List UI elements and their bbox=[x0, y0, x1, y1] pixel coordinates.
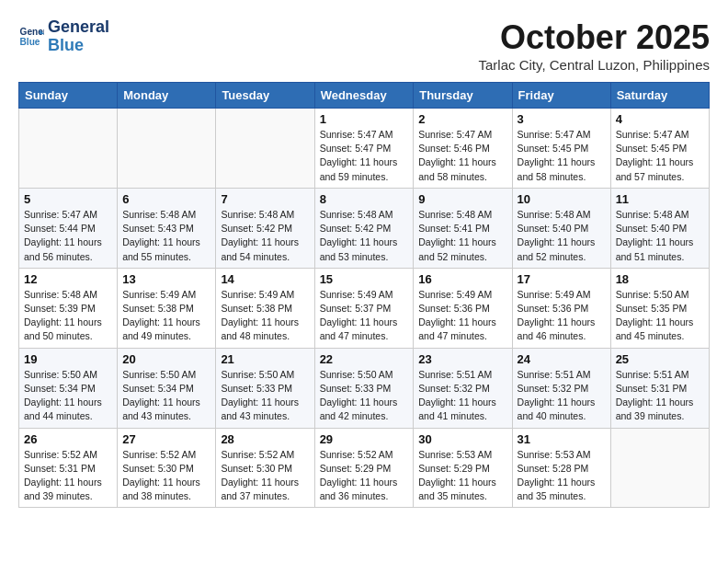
day-info: Sunrise: 5:50 AM Sunset: 5:34 PM Dayligh… bbox=[24, 368, 112, 424]
calendar-cell: 15 Sunrise: 5:49 AM Sunset: 5:37 PM Dayl… bbox=[314, 268, 414, 348]
sunset-text: Sunset: 5:34 PM bbox=[24, 383, 96, 394]
day-info: Sunrise: 5:49 AM Sunset: 5:38 PM Dayligh… bbox=[221, 288, 309, 344]
day-info: Sunrise: 5:48 AM Sunset: 5:40 PM Dayligh… bbox=[518, 208, 606, 264]
day-info: Sunrise: 5:48 AM Sunset: 5:43 PM Dayligh… bbox=[122, 208, 210, 264]
sunset-text: Sunset: 5:36 PM bbox=[418, 303, 490, 314]
daylight-text: Daylight: 11 hours and 35 minutes. bbox=[418, 477, 496, 501]
col-monday: Monday bbox=[118, 83, 216, 109]
daylight-text: Daylight: 11 hours and 55 minutes. bbox=[122, 236, 200, 261]
daylight-text: Daylight: 11 hours and 42 minutes. bbox=[320, 396, 398, 421]
day-number: 31 bbox=[518, 432, 606, 446]
calendar-cell: 5 Sunrise: 5:47 AM Sunset: 5:44 PM Dayli… bbox=[19, 188, 118, 268]
calendar-cell: 31 Sunrise: 5:53 AM Sunset: 5:28 PM Dayl… bbox=[512, 428, 610, 508]
sunrise-text: Sunrise: 5:50 AM bbox=[122, 369, 196, 380]
daylight-text: Daylight: 11 hours and 35 minutes. bbox=[518, 477, 596, 501]
daylight-text: Daylight: 11 hours and 48 minutes. bbox=[221, 316, 299, 341]
sunset-text: Sunset: 5:33 PM bbox=[320, 383, 392, 394]
daylight-text: Daylight: 11 hours and 57 minutes. bbox=[616, 156, 694, 181]
day-info: Sunrise: 5:47 AM Sunset: 5:46 PM Dayligh… bbox=[418, 128, 506, 184]
col-tuesday: Tuesday bbox=[216, 83, 314, 109]
calendar-cell: 26 Sunrise: 5:52 AM Sunset: 5:31 PM Dayl… bbox=[19, 428, 118, 508]
sunset-text: Sunset: 5:46 PM bbox=[418, 143, 490, 154]
sunrise-text: Sunrise: 5:52 AM bbox=[122, 449, 196, 460]
sunset-text: Sunset: 5:30 PM bbox=[122, 463, 194, 474]
sunrise-text: Sunrise: 5:48 AM bbox=[122, 209, 196, 220]
calendar-cell: 30 Sunrise: 5:53 AM Sunset: 5:29 PM Dayl… bbox=[414, 428, 512, 508]
day-info: Sunrise: 5:49 AM Sunset: 5:38 PM Dayligh… bbox=[122, 288, 210, 344]
calendar-cell: 14 Sunrise: 5:49 AM Sunset: 5:38 PM Dayl… bbox=[216, 268, 314, 348]
calendar-cell: 6 Sunrise: 5:48 AM Sunset: 5:43 PM Dayli… bbox=[118, 188, 216, 268]
sunrise-text: Sunrise: 5:48 AM bbox=[320, 209, 393, 220]
daylight-text: Daylight: 11 hours and 43 minutes. bbox=[122, 396, 200, 421]
day-info: Sunrise: 5:52 AM Sunset: 5:30 PM Dayligh… bbox=[122, 448, 210, 504]
sunset-text: Sunset: 5:37 PM bbox=[320, 303, 392, 314]
daylight-text: Daylight: 11 hours and 41 minutes. bbox=[418, 396, 496, 421]
day-number: 27 bbox=[122, 432, 210, 446]
calendar-week-row: 1 Sunrise: 5:47 AM Sunset: 5:47 PM Dayli… bbox=[19, 109, 710, 189]
sunrise-text: Sunrise: 5:47 AM bbox=[616, 129, 689, 140]
day-info: Sunrise: 5:50 AM Sunset: 5:33 PM Dayligh… bbox=[221, 368, 309, 424]
calendar-cell: 3 Sunrise: 5:47 AM Sunset: 5:45 PM Dayli… bbox=[512, 109, 610, 189]
sunrise-text: Sunrise: 5:51 AM bbox=[518, 369, 591, 380]
sunset-text: Sunset: 5:33 PM bbox=[221, 383, 292, 394]
daylight-text: Daylight: 11 hours and 47 minutes. bbox=[320, 316, 398, 341]
day-number: 8 bbox=[320, 192, 409, 206]
daylight-text: Daylight: 11 hours and 44 minutes. bbox=[24, 396, 102, 421]
day-number: 10 bbox=[518, 192, 606, 206]
sunset-text: Sunset: 5:31 PM bbox=[616, 383, 688, 394]
col-wednesday: Wednesday bbox=[314, 83, 414, 109]
sunset-text: Sunset: 5:41 PM bbox=[418, 223, 490, 234]
day-info: Sunrise: 5:51 AM Sunset: 5:31 PM Dayligh… bbox=[616, 368, 704, 424]
day-info: Sunrise: 5:48 AM Sunset: 5:39 PM Dayligh… bbox=[24, 288, 112, 344]
title-section: October 2025 Tarlac City, Central Luzon,… bbox=[478, 18, 710, 73]
calendar-header-row: Sunday Monday Tuesday Wednesday Thursday… bbox=[19, 83, 710, 109]
calendar-week-row: 26 Sunrise: 5:52 AM Sunset: 5:31 PM Dayl… bbox=[19, 428, 710, 508]
day-number: 28 bbox=[221, 432, 309, 446]
day-info: Sunrise: 5:48 AM Sunset: 5:41 PM Dayligh… bbox=[418, 208, 506, 264]
logo-icon: General Blue bbox=[18, 24, 44, 50]
day-info: Sunrise: 5:47 AM Sunset: 5:47 PM Dayligh… bbox=[320, 128, 409, 184]
calendar-cell: 16 Sunrise: 5:49 AM Sunset: 5:36 PM Dayl… bbox=[414, 268, 512, 348]
sunset-text: Sunset: 5:28 PM bbox=[518, 463, 589, 474]
day-info: Sunrise: 5:48 AM Sunset: 5:42 PM Dayligh… bbox=[221, 208, 309, 264]
calendar-cell: 24 Sunrise: 5:51 AM Sunset: 5:32 PM Dayl… bbox=[512, 348, 610, 428]
day-info: Sunrise: 5:52 AM Sunset: 5:30 PM Dayligh… bbox=[221, 448, 309, 504]
svg-text:Blue: Blue bbox=[20, 37, 40, 47]
sunrise-text: Sunrise: 5:52 AM bbox=[221, 449, 294, 460]
day-number: 26 bbox=[24, 432, 112, 446]
sunrise-text: Sunrise: 5:48 AM bbox=[24, 289, 97, 300]
day-info: Sunrise: 5:52 AM Sunset: 5:29 PM Dayligh… bbox=[320, 448, 409, 504]
sunrise-text: Sunrise: 5:47 AM bbox=[24, 209, 97, 220]
day-number: 3 bbox=[518, 112, 606, 126]
daylight-text: Daylight: 11 hours and 43 minutes. bbox=[221, 396, 299, 421]
calendar-cell: 1 Sunrise: 5:47 AM Sunset: 5:47 PM Dayli… bbox=[314, 109, 414, 189]
day-info: Sunrise: 5:47 AM Sunset: 5:44 PM Dayligh… bbox=[24, 208, 112, 264]
sunset-text: Sunset: 5:42 PM bbox=[320, 223, 392, 234]
calendar-cell: 22 Sunrise: 5:50 AM Sunset: 5:33 PM Dayl… bbox=[314, 348, 414, 428]
daylight-text: Daylight: 11 hours and 58 minutes. bbox=[518, 156, 596, 181]
day-number: 9 bbox=[418, 192, 506, 206]
col-thursday: Thursday bbox=[414, 83, 512, 109]
sunrise-text: Sunrise: 5:49 AM bbox=[320, 289, 393, 300]
sunrise-text: Sunrise: 5:48 AM bbox=[221, 209, 294, 220]
day-number: 21 bbox=[221, 352, 309, 366]
sunset-text: Sunset: 5:40 PM bbox=[616, 223, 688, 234]
calendar-cell: 28 Sunrise: 5:52 AM Sunset: 5:30 PM Dayl… bbox=[216, 428, 314, 508]
calendar-cell: 25 Sunrise: 5:51 AM Sunset: 5:31 PM Dayl… bbox=[610, 348, 709, 428]
day-number: 19 bbox=[24, 352, 112, 366]
daylight-text: Daylight: 11 hours and 51 minutes. bbox=[616, 236, 694, 261]
day-info: Sunrise: 5:48 AM Sunset: 5:42 PM Dayligh… bbox=[320, 208, 409, 264]
sunset-text: Sunset: 5:35 PM bbox=[616, 303, 688, 314]
sunrise-text: Sunrise: 5:47 AM bbox=[518, 129, 591, 140]
calendar-cell bbox=[118, 109, 216, 189]
day-info: Sunrise: 5:50 AM Sunset: 5:34 PM Dayligh… bbox=[122, 368, 210, 424]
daylight-text: Daylight: 11 hours and 52 minutes. bbox=[518, 236, 596, 261]
month-title: October 2025 bbox=[478, 18, 710, 57]
sunrise-text: Sunrise: 5:48 AM bbox=[418, 209, 492, 220]
calendar-cell: 10 Sunrise: 5:48 AM Sunset: 5:40 PM Dayl… bbox=[512, 188, 610, 268]
day-number: 23 bbox=[418, 352, 506, 366]
sunrise-text: Sunrise: 5:53 AM bbox=[518, 449, 591, 460]
calendar-cell: 12 Sunrise: 5:48 AM Sunset: 5:39 PM Dayl… bbox=[19, 268, 118, 348]
daylight-text: Daylight: 11 hours and 46 minutes. bbox=[518, 316, 596, 341]
calendar-cell: 19 Sunrise: 5:50 AM Sunset: 5:34 PM Dayl… bbox=[19, 348, 118, 428]
